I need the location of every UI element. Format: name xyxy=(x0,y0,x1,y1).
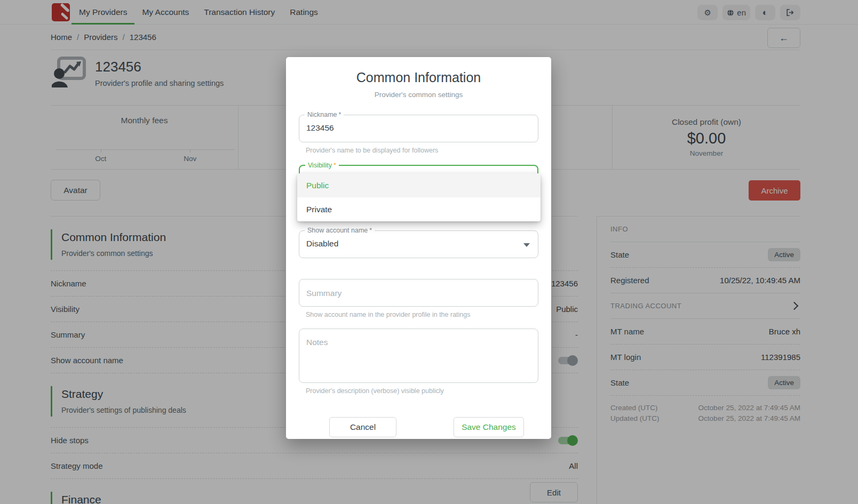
nickname-field: Nickname* xyxy=(299,115,538,142)
notes-helper: Provider's description (verbose) visible… xyxy=(306,387,444,395)
field-label: Show account name* xyxy=(305,227,375,234)
notes-textarea[interactable] xyxy=(306,338,525,375)
dropdown-option-private[interactable]: Private xyxy=(297,197,541,221)
summary-field xyxy=(299,279,538,307)
field-label: Visibility* xyxy=(305,162,339,169)
notes-field xyxy=(299,329,538,383)
dialog-actions: Cancel Save Changes xyxy=(286,417,551,437)
common-information-dialog: Common Information Provider's common set… xyxy=(286,57,551,439)
summary-input[interactable] xyxy=(306,289,525,298)
cancel-button[interactable]: Cancel xyxy=(329,417,396,437)
nickname-input[interactable] xyxy=(306,123,525,133)
visibility-dropdown-menu: Public Private xyxy=(297,173,541,221)
save-changes-button[interactable]: Save Changes xyxy=(454,417,524,437)
nickname-helper: Provider's name to be displayed for foll… xyxy=(306,147,438,154)
field-label: Nickname* xyxy=(305,111,344,118)
chevron-down-icon xyxy=(523,243,530,247)
show-account-name-helper: Show account name in the provider profil… xyxy=(306,311,471,318)
dialog-title: Common Information xyxy=(286,70,551,85)
dropdown-option-public[interactable]: Public xyxy=(297,173,541,197)
show-account-name-select[interactable]: Show account name* Disabled xyxy=(299,230,538,258)
dialog-subtitle: Provider's common settings xyxy=(286,91,551,99)
